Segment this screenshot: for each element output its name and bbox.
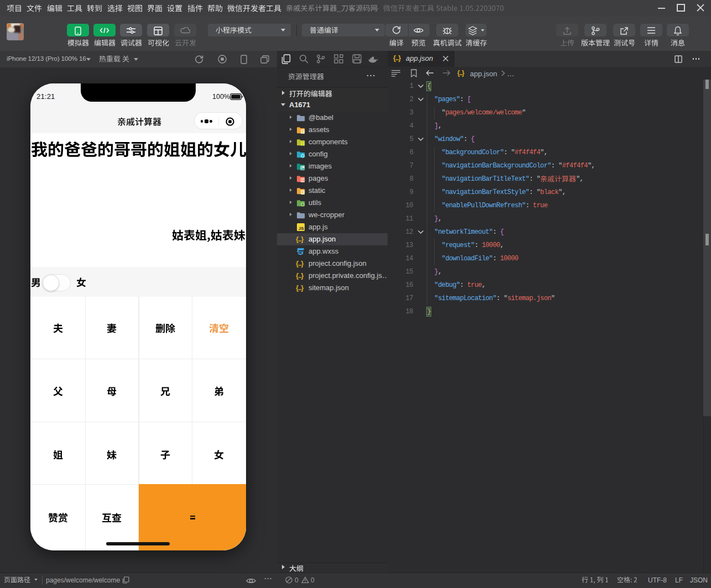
svg-text:JS: JS <box>299 226 304 231</box>
